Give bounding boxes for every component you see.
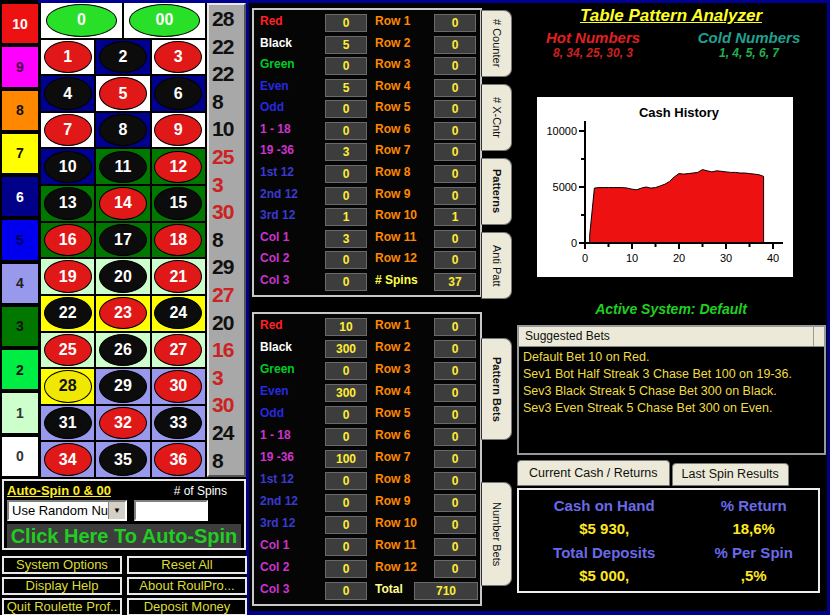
roulette-pattern-analyzer-app: 109876543210 000123456789101112131415161… [0, 0, 830, 615]
table-cell-26[interactable]: 26 [96, 333, 149, 368]
svg-text:30: 30 [720, 252, 732, 264]
stat-value-even[interactable]: 300 [325, 384, 367, 402]
num-spins-input[interactable] [134, 500, 208, 521]
table-cell-30[interactable]: 30 [152, 369, 205, 404]
stat-value-green[interactable]: 0 [325, 362, 367, 380]
table-cell-19[interactable]: 19 [41, 259, 94, 294]
table-cell-31[interactable]: 31 [41, 406, 94, 441]
spin-source-dropdown[interactable]: Use Random Nu ▼ [7, 500, 127, 521]
table-cell-18[interactable]: 18 [152, 223, 205, 258]
number-oval-16: 16 [44, 224, 92, 256]
stat-value-2nd-12[interactable]: 0 [325, 494, 367, 512]
table-cell-12[interactable]: 12 [152, 149, 205, 184]
number-oval-17: 17 [99, 224, 147, 256]
stat-label-row-2: Row 2 [368, 36, 432, 54]
table-cell-20[interactable]: 20 [96, 259, 149, 294]
table-cell-8[interactable]: 8 [96, 113, 149, 148]
number-oval-12: 12 [154, 151, 202, 183]
stat-value-col-2[interactable]: 0 [325, 560, 367, 578]
chevron-down-icon[interactable]: ▼ [108, 502, 125, 519]
stat-value-row-1[interactable]: 0 [434, 318, 476, 336]
table-cell-28[interactable]: 28 [41, 369, 94, 404]
about-roulpro-button[interactable]: About RoulPro... [127, 577, 247, 595]
tab-anti-patt[interactable]: Anti Patt [481, 232, 512, 299]
table-cell-23[interactable]: 23 [96, 296, 149, 331]
stat-value-row-9[interactable]: 0 [434, 494, 476, 512]
number-oval-26: 26 [99, 334, 147, 366]
tab-last-spin-results[interactable]: Last Spin Results [672, 463, 789, 486]
table-cell-2[interactable]: 2 [96, 40, 149, 75]
table-cell-11[interactable]: 11 [96, 149, 149, 184]
table-cell-25[interactable]: 25 [41, 333, 94, 368]
stat-value-col-1[interactable]: 0 [325, 538, 367, 556]
table-cell-9[interactable]: 9 [152, 113, 205, 148]
table-cell-1[interactable]: 1 [41, 40, 94, 75]
reset-all-button[interactable]: Reset All [127, 556, 247, 574]
table-cell-33[interactable]: 33 [152, 406, 205, 441]
table-cell-17[interactable]: 17 [96, 223, 149, 258]
stat-value-red[interactable]: 10 [325, 318, 367, 336]
stat-value-row-7[interactable]: 0 [434, 450, 476, 468]
table-cell-16[interactable]: 16 [41, 223, 94, 258]
stat-label-row-4: Row 4 [368, 384, 432, 402]
cash-history-svg: Cash History0500010000010203040 [537, 97, 793, 277]
tab-current-cash-returns[interactable]: Current Cash / Returns [517, 460, 670, 486]
table-cell-4[interactable]: 4 [41, 76, 94, 111]
autospin-panel: Auto-Spin 0 & 00 # of Spins Use Random N… [2, 479, 246, 550]
stat-value-row-6: 0 [434, 122, 476, 140]
table-cell-15[interactable]: 15 [152, 186, 205, 221]
tab-pattern-bets[interactable]: Pattern Bets [481, 338, 512, 440]
tab-counter[interactable]: # Counter [481, 10, 512, 77]
stat-value-col-3[interactable]: 0 [325, 582, 367, 600]
system-options-button[interactable]: System Options [2, 556, 122, 574]
suggested-bets-list[interactable]: Suggested Bets Default Bet 10 on Red.Sev… [517, 325, 826, 455]
stat-value-row-5: 0 [434, 100, 476, 118]
table-cell-22[interactable]: 22 [41, 296, 94, 331]
stat-value-total[interactable]: 710 [414, 582, 478, 600]
stat-value-row-4[interactable]: 0 [434, 384, 476, 402]
table-cell-5[interactable]: 5 [96, 76, 149, 111]
stat-value-1-18[interactable]: 0 [325, 428, 367, 446]
stat-value-row-2[interactable]: 0 [434, 340, 476, 358]
display-help-button[interactable]: Display Help [2, 577, 122, 595]
table-cell-36[interactable]: 36 [152, 442, 205, 477]
table-cell-27[interactable]: 27 [152, 333, 205, 368]
stat-value-black[interactable]: 300 [325, 340, 367, 358]
table-cell-00[interactable]: 00 [124, 3, 205, 38]
table-cell-3[interactable]: 3 [152, 40, 205, 75]
stat-value-row-11[interactable]: 0 [434, 538, 476, 556]
table-cell-21[interactable]: 21 [152, 259, 205, 294]
tab-x-cntr[interactable]: # X-Cntr [481, 84, 512, 151]
stat-value-1st-12[interactable]: 0 [325, 472, 367, 490]
stat-value-row-5[interactable]: 0 [434, 406, 476, 424]
table-cell-29[interactable]: 29 [96, 369, 149, 404]
spin-history-list[interactable]: 28222281025330829272016330248 [207, 3, 246, 477]
table-cell-35[interactable]: 35 [96, 442, 149, 477]
table-cell-0[interactable]: 0 [41, 3, 122, 38]
table-cell-14[interactable]: 14 [96, 186, 149, 221]
stat-value-3rd-12[interactable]: 0 [325, 516, 367, 534]
table-cell-34[interactable]: 34 [41, 442, 94, 477]
table-cell-32[interactable]: 32 [96, 406, 149, 441]
tab-patterns[interactable]: Patterns [481, 158, 512, 225]
table-cell-13[interactable]: 13 [41, 186, 94, 221]
stat-value-row-8[interactable]: 0 [434, 472, 476, 490]
table-cell-6[interactable]: 6 [152, 76, 205, 111]
stat-value-row-6[interactable]: 0 [434, 428, 476, 446]
stat-value-19-36[interactable]: 100 [325, 450, 367, 468]
stat-label-col-1: Col 1 [260, 230, 324, 248]
table-cell-7[interactable]: 7 [41, 113, 94, 148]
stat-value-odd[interactable]: 0 [325, 406, 367, 424]
number-oval-19: 19 [44, 260, 92, 292]
stat-value-row-3[interactable]: 0 [434, 362, 476, 380]
stat-value-row-10[interactable]: 0 [434, 516, 476, 534]
quit-roulette-prof-button[interactable]: Quit Roulette Prof.. [2, 598, 122, 615]
stat-value-row-12[interactable]: 0 [434, 560, 476, 578]
patterns-tab-strip: # Counter# X-CntrPatternsAnti Patt [481, 10, 512, 299]
deposit-money-button[interactable]: Deposit Money [127, 598, 247, 615]
autospin-button[interactable]: Click Here To Auto-Spin [7, 524, 241, 548]
table-cell-24[interactable]: 24 [152, 296, 205, 331]
tab-number-bets[interactable]: Number Bets [481, 482, 512, 586]
table-cell-10[interactable]: 10 [41, 149, 94, 184]
number-oval-1: 1 [44, 41, 92, 73]
